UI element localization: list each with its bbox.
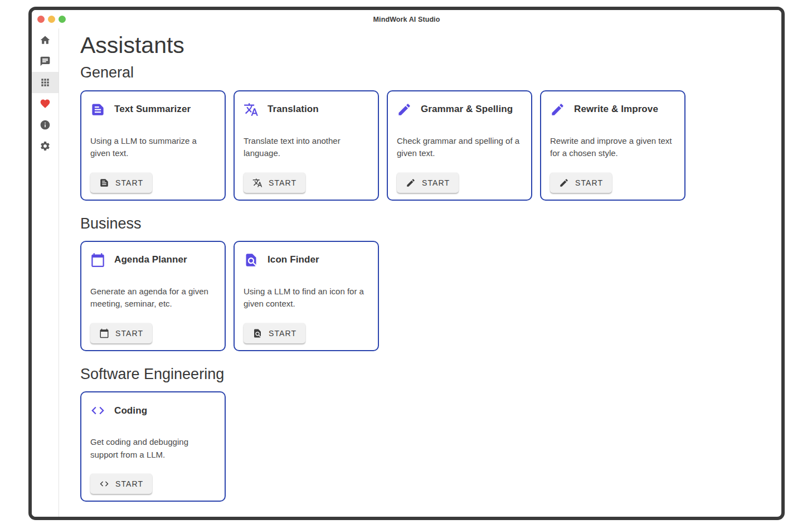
find-in-page-icon: [244, 253, 259, 268]
sidebar: [32, 28, 59, 517]
assistant-card-grammar-spelling: Grammar & SpellingCheck grammar and spel…: [387, 90, 532, 201]
card-header: Icon Finder: [244, 253, 370, 268]
card-row: Text SummarizerUsing a LLM to summarize …: [80, 90, 781, 201]
chat-icon: [40, 56, 51, 67]
title-bar: MindWork AI Studio: [32, 10, 781, 28]
window-title: MindWork AI Studio: [32, 16, 781, 23]
card-description: Get coding and debugging support from a …: [90, 436, 217, 461]
start-button-label: START: [115, 329, 143, 338]
card-row: CodingGet coding and debugging support f…: [80, 391, 781, 502]
card-header: Coding: [90, 403, 217, 418]
content-area: Assistants GeneralText SummarizerUsing a…: [59, 28, 781, 517]
section-label: Business: [80, 215, 781, 232]
start-button[interactable]: START: [90, 474, 152, 494]
card-header: Rewrite & Improve: [550, 102, 677, 117]
translate-icon: [244, 102, 259, 117]
zoom-window-button[interactable]: [59, 16, 66, 23]
card-row: Agenda PlannerGenerate an agenda for a g…: [80, 241, 781, 351]
card-title: Icon Finder: [268, 254, 319, 265]
page-title: Assistants: [80, 32, 781, 59]
card-header: Text Summarizer: [90, 102, 217, 117]
assistant-card-icon-finder: Icon FinderUsing a LLM to find an icon f…: [234, 241, 379, 351]
sidebar-item-chats[interactable]: [32, 51, 59, 72]
section-general: GeneralText SummarizerUsing a LLM to sum…: [80, 64, 781, 200]
calendar-icon: [90, 253, 105, 268]
code-icon: [99, 479, 109, 489]
assistant-card-translation: TranslationTranslate text into another l…: [234, 90, 379, 201]
start-button[interactable]: START: [90, 323, 152, 343]
sections: GeneralText SummarizerUsing a LLM to sum…: [80, 64, 781, 502]
main-area: Assistants GeneralText SummarizerUsing a…: [32, 28, 781, 517]
traffic-lights: [32, 16, 66, 23]
start-button-label: START: [269, 178, 296, 187]
start-button-label: START: [269, 329, 296, 338]
translate-icon: [252, 178, 262, 188]
card-header: Translation: [244, 102, 370, 117]
card-description: Check grammar and spelling of a given te…: [397, 135, 523, 160]
section-software-engineering: Software EngineeringCodingGet coding and…: [80, 365, 781, 502]
start-button[interactable]: START: [90, 173, 152, 193]
start-button-label: START: [575, 178, 603, 187]
edit-icon: [559, 178, 569, 188]
card-header: Agenda Planner: [90, 253, 217, 268]
start-button[interactable]: START: [244, 173, 305, 193]
code-icon: [90, 403, 105, 418]
card-title: Coding: [114, 405, 147, 416]
card-title: Text Summarizer: [114, 104, 191, 115]
section-business: BusinessAgenda PlannerGenerate an agenda…: [80, 215, 781, 351]
sidebar-item-home[interactable]: [32, 30, 59, 51]
card-description: Generate an agenda for a given meeting, …: [90, 285, 217, 310]
section-label: General: [80, 64, 781, 81]
start-button-label: START: [115, 178, 143, 187]
card-header: Grammar & Spelling: [397, 102, 523, 117]
apps-icon: [40, 77, 51, 88]
card-description: Rewrite and improve a given text for a c…: [550, 135, 677, 160]
sidebar-item-settings[interactable]: [32, 135, 59, 157]
start-button-label: START: [422, 178, 450, 187]
section-label: Software Engineering: [80, 365, 781, 383]
start-button[interactable]: START: [550, 173, 612, 193]
assistant-card-agenda-planner: Agenda PlannerGenerate an agenda for a g…: [80, 241, 226, 351]
card-title: Agenda Planner: [114, 254, 187, 265]
calendar-icon: [99, 328, 109, 338]
edit-icon: [550, 102, 565, 117]
find-in-page-icon: [252, 328, 262, 338]
minimize-window-button[interactable]: [48, 16, 55, 23]
text-snippet-icon: [90, 102, 105, 117]
settings-icon: [40, 140, 51, 152]
sidebar-item-favorites[interactable]: [32, 93, 59, 114]
close-window-button[interactable]: [37, 16, 45, 23]
sidebar-item-about[interactable]: [32, 114, 59, 135]
sidebar-item-assistants[interactable]: [32, 72, 59, 93]
assistant-card-coding: CodingGet coding and debugging support f…: [80, 391, 226, 502]
start-button[interactable]: START: [244, 323, 305, 343]
card-title: Rewrite & Improve: [574, 104, 658, 115]
text-snippet-icon: [99, 178, 109, 188]
card-description: Translate text into another language.: [244, 135, 370, 160]
card-description: Using a LLM to find an icon for a given …: [244, 285, 370, 310]
edit-icon: [397, 102, 412, 117]
app-window: MindWork AI Studio Assistants GeneralTex…: [28, 7, 785, 520]
assistant-card-text-summarizer: Text SummarizerUsing a LLM to summarize …: [80, 90, 226, 201]
heart-icon: [40, 98, 51, 109]
home-icon: [40, 35, 51, 46]
card-title: Translation: [268, 104, 319, 115]
start-button-label: START: [115, 479, 143, 488]
card-description: Using a LLM to summarize a given text.: [90, 135, 217, 160]
assistant-card-rewrite-improve: Rewrite & ImproveRewrite and improve a g…: [540, 90, 685, 201]
edit-icon: [406, 178, 416, 188]
card-title: Grammar & Spelling: [421, 104, 513, 115]
info-icon: [40, 119, 51, 130]
start-button[interactable]: START: [397, 173, 459, 193]
